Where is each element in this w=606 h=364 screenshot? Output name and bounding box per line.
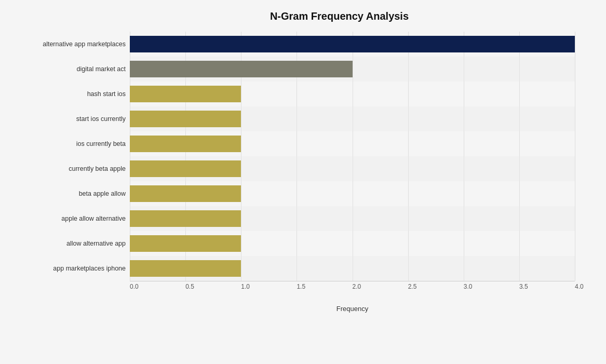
y-label: currently beta apple xyxy=(10,156,126,181)
bars-section: alternative app marketplacesdigital mark… xyxy=(10,32,575,281)
chart-container: N-Gram Frequency Analysis alternative ap… xyxy=(0,0,606,364)
x-axis-line xyxy=(130,281,575,281)
y-label: apple allow alternative xyxy=(10,206,126,231)
bar xyxy=(130,86,241,102)
plot-area xyxy=(130,32,575,281)
y-label: beta apple allow xyxy=(10,181,126,206)
bar-row xyxy=(130,82,575,106)
y-label: digital market act xyxy=(10,57,126,82)
bar xyxy=(130,136,241,152)
bar-row xyxy=(130,231,575,256)
chart-title: N-Gram Frequency Analysis xyxy=(10,10,575,22)
bar-rows xyxy=(130,32,575,281)
bar xyxy=(130,111,241,127)
bar xyxy=(130,235,241,252)
bar-row xyxy=(130,57,575,82)
bar xyxy=(130,36,575,52)
x-axis: 0.00.51.01.52.02.53.03.54.0 xyxy=(130,281,575,293)
bar-row xyxy=(130,256,575,281)
y-label: ios currently beta xyxy=(10,131,126,156)
y-labels: alternative app marketplacesdigital mark… xyxy=(10,32,130,281)
y-label: alternative app marketplaces xyxy=(10,32,126,57)
bar xyxy=(130,160,241,177)
bar xyxy=(130,210,241,227)
bar xyxy=(130,260,241,277)
bar-row xyxy=(130,181,575,206)
bar-row xyxy=(130,206,575,231)
y-label: app marketplaces iphone xyxy=(10,256,126,281)
bar-row xyxy=(130,131,575,156)
bar-row xyxy=(130,156,575,181)
bar-row xyxy=(130,106,575,131)
chart-area: alternative app marketplacesdigital mark… xyxy=(10,32,575,313)
y-label: start ios currently xyxy=(10,106,126,131)
grid-line xyxy=(575,32,575,281)
y-label: hash start ios xyxy=(10,82,126,106)
bar xyxy=(130,61,353,77)
bar-row xyxy=(130,32,575,57)
x-axis-label: Frequency xyxy=(130,305,575,313)
bar xyxy=(130,185,241,202)
y-label: allow alternative app xyxy=(10,231,126,256)
